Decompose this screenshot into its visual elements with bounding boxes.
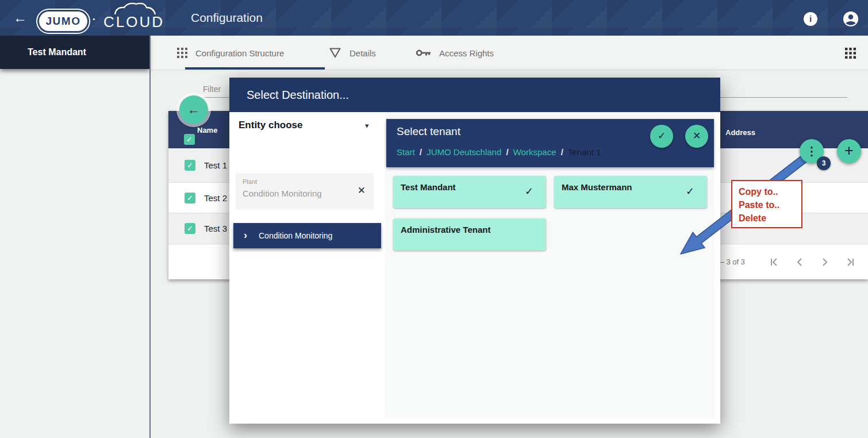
plant-field[interactable]: Plant Condition Monitoring ✕ [236,173,374,210]
funnel-icon [329,47,341,59]
back-arrow-icon[interactable]: ← [11,9,29,26]
row-checkbox[interactable]: ✓ [185,160,195,171]
active-tab-underline [185,67,325,70]
selection-count-badge: 3 [817,156,831,170]
grid-icon [177,48,187,58]
first-page-icon[interactable] [769,257,779,267]
breadcrumb-workspace[interactable]: Workspace [513,147,556,157]
plant-field-value: Condition Monitoring [243,189,322,198]
row-name: Test 2 [204,193,227,203]
entity-choose-dropdown[interactable]: Entity choose [239,120,302,131]
tab-bar: Configuration Structure Details Access R… [151,36,868,70]
app-header: ← JUMO · CLOUD Configuration i [0,0,868,36]
breadcrumb-jumo-deutschland[interactable]: JUMO Deutschland [427,147,501,157]
column-header-name: Name [197,126,217,135]
tenant-card-label: Max Mustermann [562,182,632,192]
logo-separator: · [91,10,97,28]
annotation-line: Paste to.. [739,198,801,212]
cloud-logo-text: CLOUD [103,13,164,31]
select-destination-dialog: Select Destination... Entity choose ▾ Pl… [229,78,720,424]
annotation-callout: Copy to.. Paste to.. Delete [731,180,802,228]
annotation-line: Delete [739,212,801,225]
tenant-card-max-mustermann[interactable]: Max Mustermann ✓ [554,176,707,208]
tab-label: Access Rights [439,48,494,58]
tenant-card-test-mandant[interactable]: Test Mandant ✓ [393,176,546,208]
breadcrumb-separator: / [504,147,510,157]
account-icon[interactable] [843,11,859,27]
tab-configuration-structure[interactable]: Configuration Structure [177,36,284,70]
clear-icon[interactable]: ✕ [358,185,366,197]
caret-down-icon[interactable]: ▾ [365,121,369,130]
key-icon [416,48,431,58]
tenant-pane: Select tenant Start / JUMO Deutschland /… [385,112,715,418]
sidebar-divider [149,36,151,438]
check-icon: ✓ [686,185,694,198]
cancel-button[interactable]: ✕ [685,125,708,148]
tenant-card-administrative-tenant[interactable]: Administrative Tenant [393,218,546,251]
breadcrumb-separator: / [559,147,566,157]
breadcrumb-current: Tenant 1 [568,147,601,157]
info-icon[interactable]: i [804,12,817,26]
last-page-icon[interactable] [845,257,855,267]
row-name: Test 3 [204,224,227,233]
pagination-range: – 3 of 3 [720,258,745,266]
next-page-icon[interactable] [820,257,830,267]
tab-label: Configuration Structure [195,48,284,58]
tenant-card-label: Administrative Tenant [401,225,490,235]
select-tenant-header: Select tenant Start / JUMO Deutschland /… [386,119,714,167]
tree-item-label: Condition Monitoring [259,223,332,248]
add-button[interactable]: + [837,139,861,163]
plant-field-label: Plant [243,178,257,185]
annotation-line: Copy to.. [739,185,801,198]
row-checkbox[interactable]: ✓ [185,193,195,203]
tenant-card-label: Test Mandant [401,182,456,192]
view-grid-icon[interactable] [845,48,856,59]
breadcrumb-separator: / [417,147,424,157]
filter-field-label: Filter [203,84,221,94]
tab-access-rights[interactable]: Access Rights [416,36,494,70]
dialog-title: Select Destination... [229,78,720,112]
column-header-address: Address [725,128,755,137]
select-all-checkbox[interactable]: ✓ [184,134,195,145]
row-name: Test 1 [204,160,227,170]
sidebar: Test Mandant [0,36,149,438]
breadcrumb-start[interactable]: Start [397,147,415,157]
row-checkbox[interactable]: ✓ [185,223,195,234]
back-fab-button[interactable]: ← [179,95,208,124]
jumo-logo: JUMO [39,11,87,31]
check-icon: ✓ [525,185,533,198]
tab-label: Details [349,48,376,58]
breadcrumb: Start / JUMO Deutschland / Workspace / T… [397,147,601,157]
entity-pane: Entity choose ▾ Plant Condition Monitori… [229,112,385,424]
tree-item-condition-monitoring[interactable]: › Condition Monitoring [233,223,381,248]
chevron-right-icon: › [244,223,247,247]
sidebar-item-test-mandant[interactable]: Test Mandant [0,36,149,69]
prev-page-icon[interactable] [794,257,805,267]
tab-details[interactable]: Details [329,36,376,70]
select-tenant-heading: Select tenant [397,125,460,138]
page-title: Configuration [191,11,263,25]
confirm-button[interactable]: ✓ [650,125,673,148]
